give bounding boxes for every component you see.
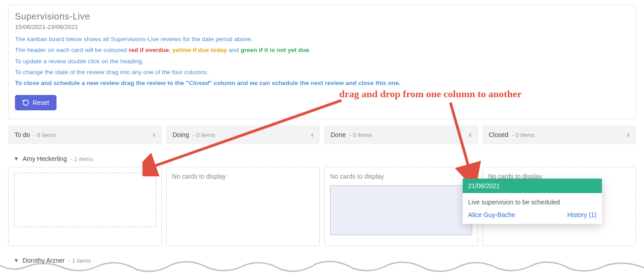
no-cards-label: No cards to display <box>330 173 472 180</box>
swimlane-header-1[interactable]: ▼ Dorothy Arzner - 1 items <box>14 257 636 264</box>
chevron-down-icon: ▼ <box>14 257 19 264</box>
column-header-closed[interactable]: Closed - 0 items ‹ <box>483 125 636 144</box>
desc-line-5: To close and schedule a new review drag … <box>15 79 629 88</box>
chevron-left-icon[interactable]: ‹ <box>627 131 630 139</box>
drop-col-todo[interactable] <box>8 167 162 246</box>
page-title: Supervisions-Live <box>15 11 629 22</box>
reset-button-label: Reset <box>33 99 49 106</box>
undo-icon <box>22 99 29 106</box>
info-panel: Supervisions-Live 15/06/2021-23/06/2021 … <box>8 5 636 119</box>
desc-line-1: The kanban board below shows all Supervi… <box>15 35 629 44</box>
not-due-label: green if it is not yet due <box>241 47 309 53</box>
due-today-label: yellow if due today <box>172 47 227 53</box>
card-footer: Alice Guy-Bache History (1) <box>463 211 602 224</box>
drop-col-done[interactable]: No cards to display <box>324 167 478 246</box>
date-range: 15/06/2021-23/06/2021 <box>15 24 629 30</box>
desc-line-4: To change the state of the review drag i… <box>15 68 629 77</box>
card-assignee-link[interactable]: Alice Guy-Bache <box>468 211 515 218</box>
chevron-left-icon[interactable]: ‹ <box>153 131 155 139</box>
closed-column-ref: Closed <box>189 80 209 86</box>
chevron-down-icon: ▼ <box>14 156 19 162</box>
card-date-header[interactable]: 21/06/2021 <box>463 179 602 193</box>
card-body: Live supervision to be scheduled <box>463 193 602 211</box>
card-history-link[interactable]: History (1) <box>567 211 597 218</box>
drop-placeholder[interactable] <box>330 185 472 235</box>
column-header-todo[interactable]: To do - 8 items ‹ <box>8 125 162 144</box>
swimlane-header-0[interactable]: ▼ Amy Heckerling - 1 items <box>14 155 636 162</box>
desc-line-2: The header on each card will be coloured… <box>15 46 629 55</box>
column-header-done[interactable]: Done - 0 items ‹ <box>324 125 478 144</box>
overdue-label: red if overdue <box>128 47 169 53</box>
column-header-doing[interactable]: Doing - 0 items ‹ <box>166 125 320 144</box>
kanban-card-dragging[interactable]: 21/06/2021 Live supervision to be schedu… <box>463 179 602 224</box>
chevron-left-icon[interactable]: ‹ <box>311 131 313 139</box>
reset-button[interactable]: Reset <box>15 95 57 110</box>
annotation-text: drag and drop from one column to another <box>339 88 521 100</box>
chevron-left-icon[interactable]: ‹ <box>469 131 471 139</box>
empty-drop-area[interactable] <box>14 173 156 227</box>
drop-col-doing[interactable]: No cards to display <box>166 167 320 246</box>
desc-line-3: To update a review double click on the h… <box>15 57 629 66</box>
no-cards-label: No cards to display <box>172 173 314 180</box>
column-headers: To do - 8 items ‹ Doing - 0 items ‹ Done… <box>8 125 636 144</box>
